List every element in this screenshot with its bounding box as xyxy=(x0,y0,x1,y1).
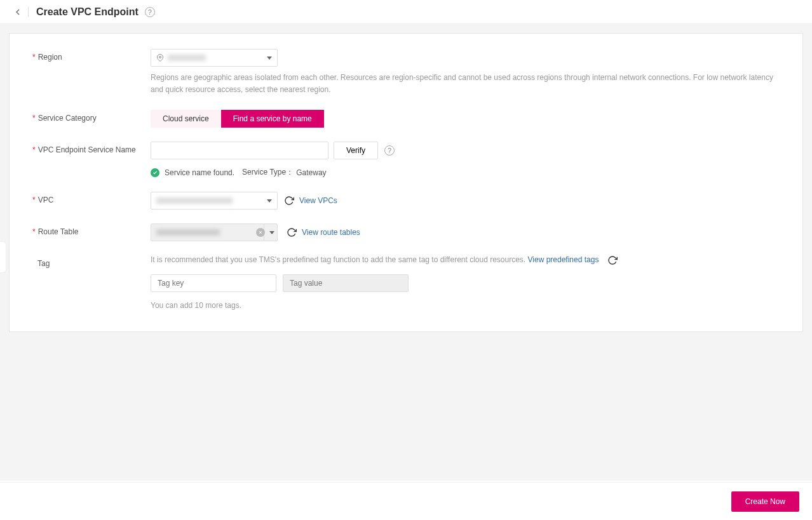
label-service-category: *Service Category xyxy=(32,110,151,128)
location-pin-icon xyxy=(156,53,164,62)
label-vpc: *VPC xyxy=(32,192,151,210)
check-icon xyxy=(151,168,159,177)
row-tag: Tag It is recommended that you use TMS's… xyxy=(32,255,780,312)
tag-value-input[interactable] xyxy=(283,274,409,292)
svg-point-0 xyxy=(159,57,161,58)
chevron-down-icon xyxy=(267,57,272,60)
footer-bar: Create Now xyxy=(0,482,812,520)
service-category-segmented: Cloud service Find a service by name xyxy=(151,110,780,128)
row-region: *Region Regions are geographic areas iso… xyxy=(32,49,780,96)
view-vpcs-link[interactable]: View VPCs xyxy=(299,196,337,205)
tag-key-input[interactable] xyxy=(151,274,276,292)
refresh-icon[interactable] xyxy=(284,196,294,206)
service-name-status: Service name found. Service Type： Gatewa… xyxy=(151,167,780,178)
seg-find-by-name[interactable]: Find a service by name xyxy=(221,110,324,128)
region-value xyxy=(168,55,206,61)
side-expand-handle[interactable] xyxy=(0,241,6,273)
chevron-down-icon xyxy=(267,199,272,203)
form-panel: *Region Regions are geographic areas iso… xyxy=(9,33,803,332)
service-name-input[interactable] xyxy=(151,142,328,159)
row-service-name: *VPC Endpoint Service Name Verify ? Serv… xyxy=(32,142,780,178)
region-hint: Regions are geographic areas isolated fr… xyxy=(151,72,780,96)
service-name-help-icon[interactable]: ? xyxy=(384,145,395,156)
chevron-down-icon xyxy=(269,231,274,234)
view-predefined-tags-link[interactable]: View predefined tags xyxy=(528,256,599,265)
label-service-name: *VPC Endpoint Service Name xyxy=(32,142,151,178)
page-title: Create VPC Endpoint xyxy=(36,6,139,18)
header-separator xyxy=(28,7,29,17)
vpc-value xyxy=(156,197,233,204)
row-vpc: *VPC View VPCs xyxy=(32,192,780,210)
row-service-category: *Service Category Cloud service Find a s… xyxy=(32,110,780,128)
status-type-value: Gateway xyxy=(296,168,326,177)
vpc-select[interactable] xyxy=(151,192,278,210)
create-now-button[interactable]: Create Now xyxy=(731,491,799,512)
route-table-value xyxy=(156,229,220,236)
label-tag: Tag xyxy=(32,255,151,312)
row-route-table: *Route Table View route ta xyxy=(32,223,780,241)
help-icon[interactable]: ? xyxy=(145,7,155,17)
back-icon[interactable] xyxy=(13,7,23,17)
view-route-tables-link[interactable]: View route tables xyxy=(302,228,360,237)
label-region: *Region xyxy=(32,49,151,96)
clear-route-table-icon[interactable] xyxy=(256,228,265,237)
tag-hint: It is recommended that you use TMS's pre… xyxy=(151,255,780,265)
status-type-label: Service Type： xyxy=(242,167,294,178)
refresh-icon[interactable] xyxy=(607,255,618,265)
page-header: Create VPC Endpoint ? xyxy=(0,0,812,24)
content-area: *Region Regions are geographic areas iso… xyxy=(0,24,812,481)
seg-cloud-service[interactable]: Cloud service xyxy=(151,110,221,128)
label-route-table: *Route Table xyxy=(32,223,151,241)
tag-remaining: You can add 10 more tags. xyxy=(151,300,780,312)
region-select[interactable] xyxy=(151,49,278,67)
status-found: Service name found. xyxy=(165,168,234,177)
refresh-icon[interactable] xyxy=(287,227,297,237)
verify-button[interactable]: Verify xyxy=(334,142,378,159)
